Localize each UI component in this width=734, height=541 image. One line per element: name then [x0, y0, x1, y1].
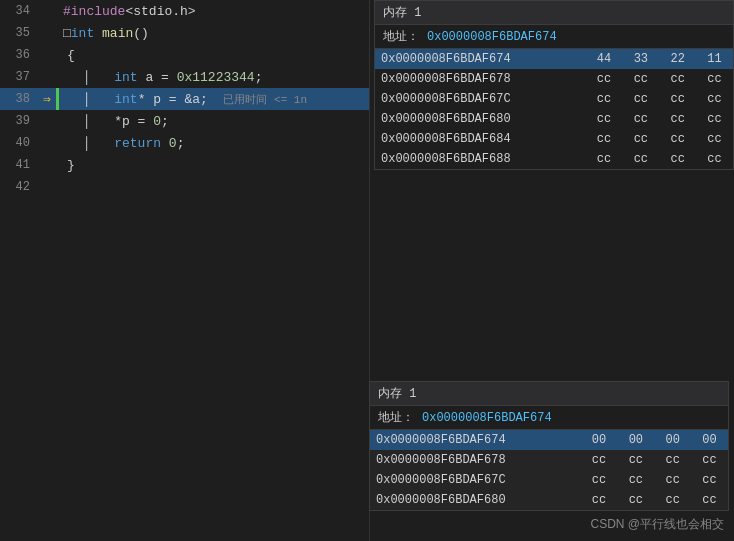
line-number: 38: [0, 92, 38, 106]
memory-bottom-title: 内存 1: [378, 387, 416, 401]
line-number: 35: [0, 26, 38, 40]
line-number: 42: [0, 180, 38, 194]
mem-val: cc: [622, 69, 659, 89]
mem-val: cc: [617, 450, 654, 470]
mem-val: cc: [622, 129, 659, 149]
code-line-37: 37 │ int a = 0x11223344;: [0, 66, 369, 88]
code-content: │ int* p = &a; 已用时间 <= 1n: [59, 92, 369, 107]
line-number: 34: [0, 4, 38, 18]
mem-addr: 0x0000008F6BDAF674: [375, 49, 586, 69]
memory-panel-top: 内存 1 地址： 0x0000008F6BDAF674 0x0000008F6B…: [374, 0, 734, 170]
arrow-indicator: ⇒: [38, 91, 56, 107]
memory-top-table: 0x0000008F6BDAF674 44 33 22 11 0x0000008…: [375, 49, 733, 169]
code-panel: 34 #include<stdio.h> 35 □int main() 36 {: [0, 0, 370, 541]
code-line-41: 41 }: [0, 154, 369, 176]
mem-val: cc: [691, 470, 728, 490]
mem-addr: 0x0000008F6BDAF688: [375, 149, 586, 169]
mem-addr: 0x0000008F6BDAF680: [375, 109, 586, 129]
code-line-39: 39 │ *p = 0;: [0, 110, 369, 132]
line-number: 41: [0, 158, 38, 172]
mem-val: cc: [659, 69, 696, 89]
memory-bottom-table: 0x0000008F6BDAF674 00 00 00 00 0x0000008…: [370, 430, 728, 510]
line-number: 37: [0, 70, 38, 84]
code-content: }: [59, 158, 369, 173]
main-container: 34 #include<stdio.h> 35 □int main() 36 {: [0, 0, 734, 541]
line-number: 36: [0, 48, 38, 62]
mem-val: 33: [622, 49, 659, 69]
mem-val: 00: [654, 430, 691, 450]
line-number: 40: [0, 136, 38, 150]
mem-val: cc: [691, 490, 728, 510]
address-value-bottom: 0x0000008F6BDAF674: [422, 411, 552, 425]
line-number: 39: [0, 114, 38, 128]
mem-val: cc: [586, 89, 623, 109]
mem-val: 11: [696, 49, 733, 69]
mem-addr: 0x0000008F6BDAF684: [375, 129, 586, 149]
code-line-42: 42: [0, 176, 369, 198]
address-label: 地址：: [383, 28, 419, 45]
code-line-38: 38 ⇒ │ int* p = &a; 已用时间 <= 1n: [0, 88, 369, 110]
mem-val: cc: [659, 109, 696, 129]
mem-val: cc: [696, 69, 733, 89]
mem-val: cc: [622, 109, 659, 129]
mem-addr: 0x0000008F6BDAF678: [375, 69, 586, 89]
code-line-35: 35 □int main(): [0, 22, 369, 44]
mem-val: cc: [581, 490, 618, 510]
memory-bottom-header: 内存 1: [370, 382, 728, 406]
footer-text: CSDN @平行线也会相交: [590, 516, 724, 533]
mem-val: cc: [617, 490, 654, 510]
code-content: □int main(): [59, 26, 369, 41]
mem-val: 00: [617, 430, 654, 450]
mem-val: cc: [622, 89, 659, 109]
mem-val: cc: [659, 149, 696, 169]
mem-val: 00: [691, 430, 728, 450]
mem-val: cc: [622, 149, 659, 169]
code-line-40: 40 │ return 0;: [0, 132, 369, 154]
code-content: │ return 0;: [59, 136, 369, 151]
mem-val: cc: [586, 109, 623, 129]
mem-val: cc: [654, 450, 691, 470]
mem-val: cc: [581, 450, 618, 470]
mem-val: cc: [586, 149, 623, 169]
memory-top-header: 内存 1: [375, 1, 733, 25]
mem-addr: 0x0000008F6BDAF674: [370, 430, 581, 450]
address-label-bottom: 地址：: [378, 409, 414, 426]
mem-val: cc: [654, 490, 691, 510]
mem-val: cc: [659, 129, 696, 149]
footer-label: CSDN @平行线也会相交: [590, 517, 724, 531]
mem-addr: 0x0000008F6BDAF680: [370, 490, 581, 510]
mem-val: cc: [654, 470, 691, 490]
mem-val: cc: [581, 470, 618, 490]
memory-top-address-bar: 地址： 0x0000008F6BDAF674: [375, 25, 733, 49]
mem-val: 00: [581, 430, 618, 450]
mem-addr: 0x0000008F6BDAF67C: [370, 470, 581, 490]
mem-val: 44: [586, 49, 623, 69]
mem-addr: 0x0000008F6BDAF67C: [375, 89, 586, 109]
mem-addr: 0x0000008F6BDAF678: [370, 450, 581, 470]
mem-val: cc: [586, 129, 623, 149]
mem-val: cc: [696, 129, 733, 149]
address-value: 0x0000008F6BDAF674: [427, 30, 557, 44]
code-content: │ int a = 0x11223344;: [59, 70, 369, 85]
memory-bottom-address-bar: 地址： 0x0000008F6BDAF674: [370, 406, 728, 430]
code-line-34: 34 #include<stdio.h>: [0, 0, 369, 22]
code-content: {: [59, 48, 369, 63]
mem-val: cc: [696, 109, 733, 129]
mem-val: cc: [586, 69, 623, 89]
mem-val: 22: [659, 49, 696, 69]
mem-val: cc: [659, 89, 696, 109]
code-content: │ *p = 0;: [59, 114, 369, 129]
memory-top-title: 内存 1: [383, 6, 421, 20]
mem-val: cc: [617, 470, 654, 490]
memory-panel-bottom: 内存 1 地址： 0x0000008F6BDAF674 0x0000008F6B…: [369, 381, 729, 511]
code-line-36: 36 {: [0, 44, 369, 66]
code-content: #include<stdio.h>: [59, 4, 369, 19]
mem-val: cc: [696, 149, 733, 169]
mem-val: cc: [696, 89, 733, 109]
mem-val: cc: [691, 450, 728, 470]
